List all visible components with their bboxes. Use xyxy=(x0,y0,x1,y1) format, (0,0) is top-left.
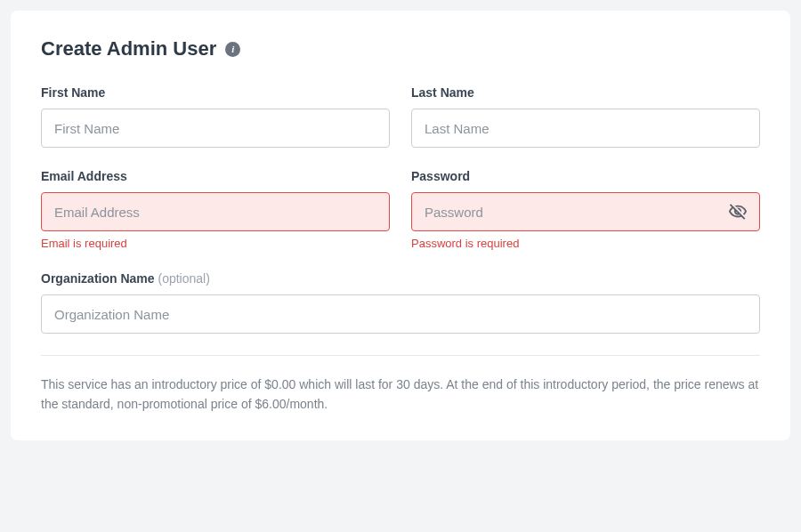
last-name-input[interactable] xyxy=(411,109,760,148)
email-error: Email is required xyxy=(41,237,390,250)
first-name-group: First Name xyxy=(41,85,390,148)
card-header: Create Admin User i xyxy=(41,37,760,60)
create-admin-card: Create Admin User i First Name Last Name… xyxy=(11,11,790,440)
email-input-wrapper xyxy=(41,192,390,231)
password-input-wrapper xyxy=(411,192,760,231)
page-title: Create Admin User xyxy=(41,37,216,60)
password-error: Password is required xyxy=(411,237,760,250)
last-name-input-wrapper xyxy=(411,109,760,148)
toggle-password-visibility-icon[interactable] xyxy=(728,202,748,222)
row-credentials: Email Address Email is required Password… xyxy=(41,169,760,250)
last-name-label: Last Name xyxy=(411,85,760,100)
organization-label-text: Organization Name xyxy=(41,271,155,286)
password-input[interactable] xyxy=(411,192,760,231)
last-name-group: Last Name xyxy=(411,85,760,148)
organization-input[interactable] xyxy=(41,294,760,334)
first-name-label: First Name xyxy=(41,85,390,100)
first-name-input-wrapper xyxy=(41,109,390,148)
section-divider xyxy=(41,355,760,356)
info-icon[interactable]: i xyxy=(225,42,240,57)
password-label: Password xyxy=(411,169,760,183)
row-name: First Name Last Name xyxy=(41,85,760,148)
email-input[interactable] xyxy=(41,192,390,231)
email-group: Email Address Email is required xyxy=(41,169,390,250)
first-name-input[interactable] xyxy=(41,109,390,148)
pricing-note: This service has an introductory price o… xyxy=(41,375,760,414)
row-organization: Organization Name (optional) xyxy=(41,271,760,334)
organization-label: Organization Name (optional) xyxy=(41,271,760,286)
password-group: Password Password is required xyxy=(411,169,760,250)
email-label: Email Address xyxy=(41,169,390,183)
organization-input-wrapper xyxy=(41,294,760,334)
organization-optional-text: (optional) xyxy=(158,271,209,286)
organization-group: Organization Name (optional) xyxy=(41,271,760,334)
